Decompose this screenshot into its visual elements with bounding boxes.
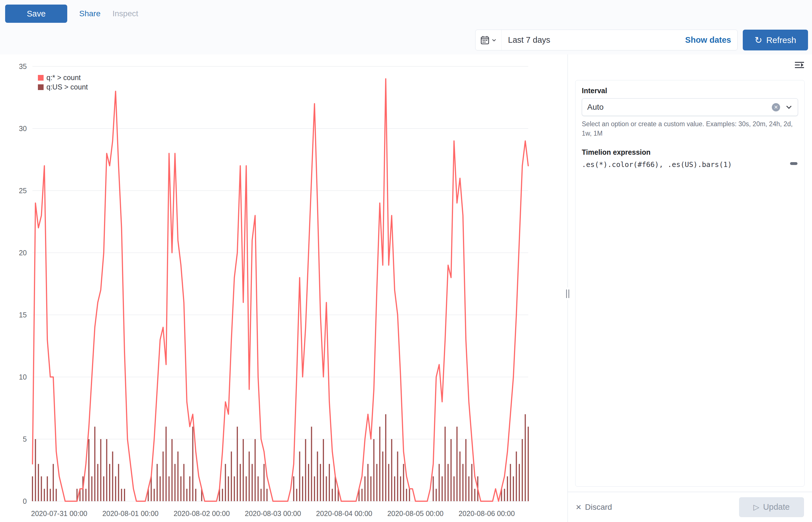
top-toolbar: Save Share Inspect xyxy=(5,4,808,23)
resizer-grip-icon[interactable] xyxy=(565,287,570,300)
show-dates-button[interactable]: Show dates xyxy=(685,35,731,45)
svg-text:10: 10 xyxy=(19,373,27,381)
date-picker[interactable]: Last 7 days Show dates xyxy=(475,29,738,51)
panel-resizer[interactable] xyxy=(568,55,568,522)
interval-label: Interval xyxy=(582,87,798,95)
svg-text:30: 30 xyxy=(19,124,27,133)
update-button[interactable]: ▷ Update xyxy=(739,497,804,517)
svg-text:q:* > count: q:* > count xyxy=(46,74,81,81)
svg-text:0: 0 xyxy=(23,497,27,505)
timelion-chart[interactable]: 051015202530352020-07-31 00:002020-08-01… xyxy=(0,55,568,522)
sidebar-toolbar xyxy=(568,55,812,76)
svg-text:2020-08-01 00:00: 2020-08-01 00:00 xyxy=(102,509,158,518)
sidebar-footer: × Discard ▷ Update xyxy=(568,492,812,522)
save-button[interactable]: Save xyxy=(5,4,67,23)
refresh-icon: ↻ xyxy=(755,36,763,45)
chevron-down-icon[interactable] xyxy=(785,103,793,111)
svg-text:35: 35 xyxy=(19,62,27,71)
app-header: Save Share Inspect xyxy=(0,0,812,55)
clear-interval-icon[interactable]: × xyxy=(772,103,780,112)
options-form: Interval Auto × Select an option or crea… xyxy=(575,80,805,487)
discard-label: Discard xyxy=(585,503,612,512)
interval-value: Auto xyxy=(587,103,772,112)
quick-select-button[interactable] xyxy=(475,30,502,50)
svg-text:2020-08-06 00:00: 2020-08-06 00:00 xyxy=(459,509,514,518)
share-link[interactable]: Share xyxy=(79,9,101,18)
interval-help-text: Select an option or create a custom valu… xyxy=(582,119,798,139)
expression-label: Timelion expression xyxy=(582,148,798,156)
calendar-icon xyxy=(480,36,489,45)
discard-button[interactable]: × Discard xyxy=(576,502,612,512)
play-icon: ▷ xyxy=(753,503,759,511)
svg-text:20: 20 xyxy=(19,249,27,257)
svg-text:5: 5 xyxy=(23,435,27,443)
time-range-value[interactable]: Last 7 days xyxy=(508,35,550,45)
chart-panel: 051015202530352020-07-31 00:002020-08-01… xyxy=(0,55,568,522)
svg-text:2020-08-02 00:00: 2020-08-02 00:00 xyxy=(174,509,230,518)
svg-text:2020-08-03 00:00: 2020-08-03 00:00 xyxy=(245,509,301,518)
menu-right-icon xyxy=(795,60,804,69)
editor-sidebar: Interval Auto × Select an option or crea… xyxy=(568,55,812,522)
refresh-label: Refresh xyxy=(766,35,796,45)
expression-value[interactable]: .es(*).color(#f66), .es(US).bars(1) xyxy=(582,160,732,169)
collapse-panel-button[interactable] xyxy=(794,59,805,72)
svg-text:2020-08-05 00:00: 2020-08-05 00:00 xyxy=(387,509,443,518)
close-icon: × xyxy=(576,502,581,512)
svg-text:q:US > count: q:US > count xyxy=(46,83,88,91)
svg-text:15: 15 xyxy=(19,311,27,319)
interval-combobox[interactable]: Auto × xyxy=(582,98,798,116)
svg-text:25: 25 xyxy=(19,187,27,195)
time-toolbar: Last 7 days Show dates ↻ Refresh xyxy=(5,29,808,51)
expression-editor[interactable]: .es(*).color(#f66), .es(US).bars(1) xyxy=(582,160,798,480)
inspect-link[interactable]: Inspect xyxy=(113,9,138,18)
update-label: Update xyxy=(763,502,790,512)
svg-text:2020-07-31 00:00: 2020-07-31 00:00 xyxy=(31,509,87,518)
chevron-down-icon xyxy=(491,38,496,43)
svg-text:2020-08-04 00:00: 2020-08-04 00:00 xyxy=(316,509,372,518)
refresh-button[interactable]: ↻ Refresh xyxy=(743,29,808,51)
editor-scrollbar[interactable] xyxy=(790,162,797,165)
main-content: 051015202530352020-07-31 00:002020-08-01… xyxy=(0,55,812,522)
